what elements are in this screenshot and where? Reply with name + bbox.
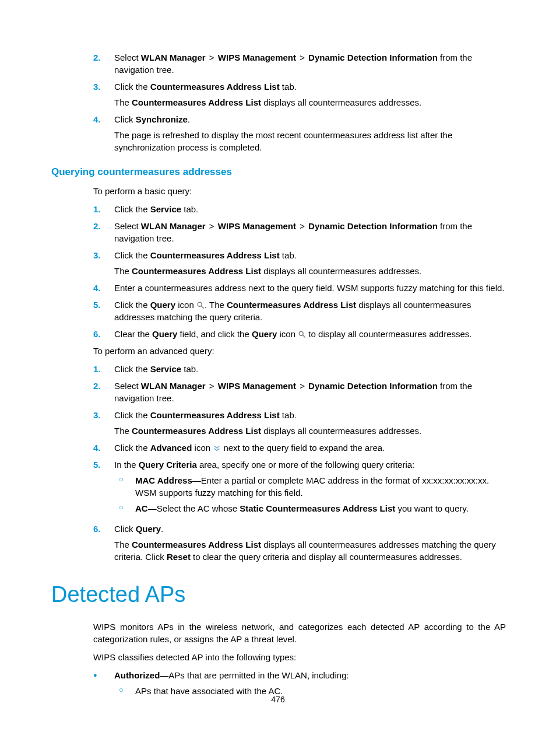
basic-query-intro: To perform a basic query: (51, 185, 506, 197)
basic-step-3: 3. Click the Countermeasures Address Lis… (51, 249, 506, 277)
adv-step-5-sub-2: ○ AC—Select the AC whose Static Counterm… (114, 502, 506, 514)
basic-step-1: 1. Click the Service tab. (51, 203, 506, 215)
detected-para-1: WIPS monitors APs in the wireless networ… (51, 621, 506, 645)
bullet-icon: ● (93, 669, 114, 697)
detected-bullet-authorized: ● Authorized—APs that are permitted in t… (51, 669, 506, 697)
step-number: 3. (51, 80, 114, 108)
step-number: 4. (51, 113, 114, 153)
circle-bullet-icon: ○ (114, 474, 135, 499)
page-number: 476 (0, 694, 556, 706)
circle-bullet-icon: ○ (114, 502, 135, 514)
svg-line-1 (201, 306, 203, 308)
adv-step-5-sub-1: ○ MAC Address—Enter a partial or complet… (114, 474, 506, 499)
adv-step-4: 4. Click the Advanced icon next to the q… (51, 442, 506, 454)
search-icon (298, 329, 306, 337)
step-2: 2. Select WLAN Manager > WIPS Management… (51, 51, 506, 76)
step-body: Select WLAN Manager > WIPS Management > … (114, 51, 506, 76)
search-icon (196, 300, 205, 308)
section-heading-detected-aps: Detected APs (51, 579, 506, 610)
section-heading-querying: Querying countermeasures addresses (51, 165, 506, 179)
step-3: 3. Click the Countermeasures Address Lis… (51, 80, 506, 108)
step-body: Click Synchronize. The page is refreshed… (114, 113, 506, 153)
adv-step-6: 6. Click Query. The Countermeasures Addr… (51, 523, 506, 563)
adv-step-2: 2. Select WLAN Manager > WIPS Management… (51, 380, 506, 404)
step-4: 4. Click Synchronize. The page is refres… (51, 113, 506, 153)
page-content: 2. Select WLAN Manager > WIPS Management… (51, 51, 506, 701)
basic-step-4: 4. Enter a countermeasures address next … (51, 282, 506, 294)
adv-query-intro: To perform an advanced query: (51, 345, 506, 357)
adv-step-5: 5. In the Query Criteria area, specify o… (51, 459, 506, 518)
adv-step-3: 3. Click the Countermeasures Address Lis… (51, 409, 506, 437)
basic-step-2: 2. Select WLAN Manager > WIPS Management… (51, 220, 506, 244)
basic-step-6: 6. Clear the Query field, and click the … (51, 328, 506, 340)
detected-para-2: WIPS classifies detected AP into the fol… (51, 651, 506, 663)
svg-line-3 (303, 335, 305, 337)
step-body: Click the Countermeasures Address List t… (114, 80, 506, 108)
adv-step-1: 1. Click the Service tab. (51, 363, 506, 375)
basic-step-5: 5. Click the Query icon . The Countermea… (51, 299, 506, 323)
step-number: 2. (51, 51, 114, 76)
expand-icon (213, 443, 221, 451)
